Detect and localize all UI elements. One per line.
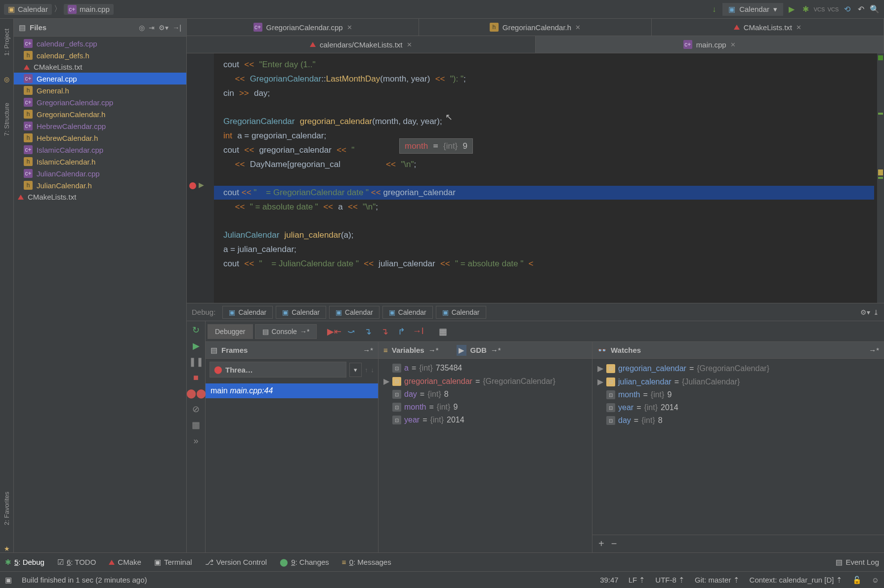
close-icon[interactable]: ✕ <box>347 24 352 31</box>
variable-row[interactable]: ⊡ month = {int} 9 <box>379 401 592 414</box>
run-icon[interactable]: ▶ <box>786 4 797 15</box>
console-tab[interactable]: ▤ Console →* <box>255 324 317 339</box>
variable-row[interactable]: ⊡ year = {int} 2014 <box>379 414 592 426</box>
project-tool-button[interactable]: 1: Project <box>3 29 10 56</box>
file-item[interactable]: hcalendar_defs.h <box>14 49 186 61</box>
change-marker[interactable] <box>878 113 883 115</box>
hide-icon[interactable]: →| <box>172 24 181 32</box>
run-config-selector[interactable]: ▣ Calendar ▾ <box>722 3 783 16</box>
breadcrumb-project[interactable]: ▣ Calendar <box>4 4 52 15</box>
code-editor[interactable]: ▶ cout << "Enter day (1.." << GregorianC… <box>187 53 884 303</box>
structure-tool-button[interactable]: 7: Structure <box>3 103 10 136</box>
debug-config-tab[interactable]: ▣Calendar <box>222 306 273 319</box>
mute-bp-icon[interactable]: ⊘ <box>191 404 201 414</box>
force-step-icon[interactable]: ↴ <box>377 324 392 339</box>
show-exec-point-icon[interactable]: ▶⇤ <box>327 324 341 339</box>
file-item[interactable]: c+HebrewCalendar.cpp <box>14 120 186 132</box>
pin-icon[interactable]: →* <box>428 346 439 354</box>
editor-tab[interactable]: calendars/CMakeLists.txt✕ <box>187 36 536 53</box>
variable-row[interactable]: ⊡ day = {int} 8 <box>379 388 592 401</box>
file-item[interactable]: c+GregorianCalendar.cpp <box>14 96 186 108</box>
line-separator[interactable]: LF ⇡ <box>629 576 646 585</box>
breadcrumb-file[interactable]: c+ main.cpp <box>64 4 114 15</box>
encoding[interactable]: UTF-8 ⇡ <box>655 576 685 585</box>
gutter[interactable]: ▶ <box>187 53 214 303</box>
prev-frame-icon[interactable]: ↑ <box>365 366 368 374</box>
expand-icon[interactable]: ▶ <box>383 377 389 386</box>
status-icon[interactable]: ▣ <box>5 576 12 585</box>
pin-icon[interactable]: →* <box>491 346 501 354</box>
thread-selector[interactable]: ⬤ Threa… <box>210 362 346 378</box>
restore-icon[interactable]: →* <box>363 346 373 354</box>
close-icon[interactable]: ✕ <box>575 24 581 31</box>
history-icon[interactable]: ⟲ <box>842 4 852 15</box>
vcs-commit-icon[interactable]: VCS <box>828 4 839 15</box>
add-watch-icon[interactable]: + <box>598 538 604 549</box>
debug-config-tab[interactable]: ▣Calendar <box>436 306 486 319</box>
debug-config-tab[interactable]: ▣Calendar <box>329 306 379 319</box>
next-frame-icon[interactable]: ↓ <box>371 366 375 374</box>
target-icon[interactable]: ◎ <box>139 24 145 32</box>
file-item[interactable]: CMakeLists.txt <box>14 61 186 73</box>
collapse-icon[interactable]: ⇥ <box>149 24 155 32</box>
debug-icon[interactable]: ✱ <box>800 4 811 15</box>
close-icon[interactable]: ✕ <box>407 41 412 48</box>
variable-row[interactable]: ⊡ year = {int} 2014 <box>592 401 884 414</box>
file-item[interactable]: c+General.cpp <box>14 73 186 84</box>
changes-tool-button[interactable]: ⬤ 9: Changes <box>280 558 329 567</box>
gear-icon[interactable]: ⚙▾ <box>860 308 870 316</box>
step-into-icon[interactable]: ↴ <box>360 324 375 339</box>
more-icon[interactable]: » <box>191 436 201 446</box>
eventlog-tool-button[interactable]: ▤ Event Log <box>836 558 879 567</box>
breakpoint-list-icon[interactable]: ⬤⬤ <box>191 388 201 398</box>
variable-row[interactable]: ⊡ day = {int} 8 <box>592 414 884 427</box>
git-branch[interactable]: Git: master ⇡ <box>695 576 740 585</box>
close-icon[interactable]: ✕ <box>730 41 736 48</box>
file-item[interactable]: hGeneral.h <box>14 84 186 96</box>
expand-icon[interactable]: ▶ <box>597 377 603 386</box>
editor-tab[interactable]: c+main.cpp✕ <box>536 36 884 53</box>
resume-icon[interactable]: ▶ <box>191 341 201 351</box>
todo-tool-button[interactable]: ☑ 6: TODO <box>57 558 96 567</box>
favorites-tool-button[interactable]: 2: Favorites <box>3 492 10 525</box>
pause-icon[interactable]: ❚❚ <box>191 357 201 367</box>
lock-icon[interactable]: 🔓 <box>852 576 862 585</box>
dropdown-icon[interactable]: ▾ <box>349 363 362 377</box>
caret-position[interactable]: 39:47 <box>600 576 619 584</box>
file-item[interactable]: hIslamicCalendar.h <box>14 156 186 168</box>
file-item[interactable]: c+IslamicCalendar.cpp <box>14 144 186 156</box>
file-item[interactable]: hJulianCalendar.h <box>14 179 186 191</box>
variable-row[interactable]: ▶⊡ gregorian_calendar = {GregorianCalend… <box>379 375 592 388</box>
editor-tab[interactable]: c+GregorianCalendar.cpp✕ <box>187 19 419 36</box>
file-item[interactable]: c+JulianCalendar.cpp <box>14 168 186 179</box>
file-item[interactable]: hGregorianCalendar.h <box>14 108 186 120</box>
frames-list[interactable]: main main.cpp:44 <box>206 380 378 552</box>
frame-item[interactable]: main main.cpp:44 <box>206 383 378 398</box>
variable-row[interactable]: ▶⊡ julian_calendar = {JulianCalendar} <box>592 375 884 388</box>
vcs-update-icon[interactable]: VCS <box>814 4 825 15</box>
context[interactable]: Context: calendar_run [D] ⇡ <box>750 576 842 585</box>
terminal-tool-button[interactable]: ▣ Terminal <box>154 558 192 567</box>
restore-icon[interactable]: →* <box>869 346 879 354</box>
hide-debug-icon[interactable]: ⤓ <box>873 308 879 316</box>
variable-row[interactable]: ⊡ month = {int} 9 <box>592 388 884 401</box>
expand-icon[interactable]: ▶ <box>597 364 603 373</box>
debug-config-tab[interactable]: ▣Calendar <box>382 306 433 319</box>
editor-right-strip[interactable] <box>877 53 884 303</box>
warning-marker[interactable] <box>878 169 883 175</box>
evaluate-icon[interactable]: ▦ <box>435 324 450 339</box>
vcs-tool-button[interactable]: ⎇ Version Control <box>205 558 267 567</box>
breakpoint-icon[interactable] <box>189 182 196 189</box>
gdb-title[interactable]: GDB <box>470 346 487 354</box>
inspector-icon[interactable]: ☺ <box>872 576 879 584</box>
variable-row[interactable]: ▶⊡ gregorian_calendar = {GregorianCalend… <box>592 362 884 375</box>
download-icon[interactable]: ↓ <box>709 4 719 15</box>
change-marker[interactable] <box>878 177 883 179</box>
close-icon[interactable]: ✕ <box>796 24 801 31</box>
undo-icon[interactable]: ↶ <box>855 4 866 15</box>
gear-icon[interactable]: ⚙▾ <box>159 24 168 32</box>
file-tree[interactable]: c+calendar_defs.cpphcalendar_defs.hCMake… <box>14 37 186 552</box>
debug-config-tab[interactable]: ▣Calendar <box>276 306 326 319</box>
code-content[interactable]: cout << "Enter day (1.." << GregorianCal… <box>214 57 874 271</box>
debug-tool-button[interactable]: ✱ 5: Debug <box>5 558 44 567</box>
